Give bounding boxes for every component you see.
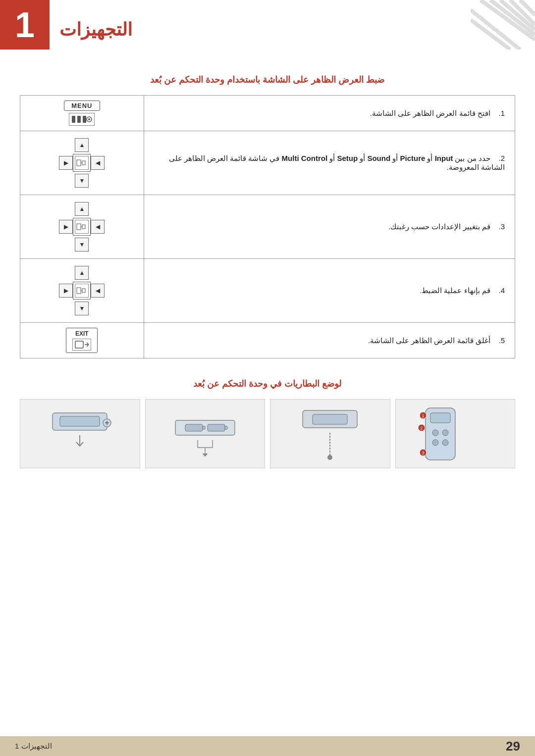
dpad-right: ▶ — [59, 156, 73, 170]
dpad-up: ▲ — [75, 266, 89, 280]
keyword-multicontrol: Multi Control — [282, 154, 327, 162]
table-row: 5. أغلق قائمة العرض الظاهر على الشاشة. E… — [20, 323, 515, 358]
svg-rect-21 — [75, 341, 83, 348]
step2-icon-cell: ▲ ◀ — [20, 131, 144, 195]
exit-svg — [75, 340, 89, 349]
step4-icon-cell: ▲ ◀ — [20, 259, 144, 323]
battery-svg-1: 1 2 3 — [411, 401, 500, 467]
dpad-center-icon — [75, 220, 89, 234]
keyword-input: Input — [435, 154, 453, 162]
menu-svg — [71, 114, 93, 124]
keyword-setup: Setup — [337, 154, 358, 162]
svg-rect-40 — [185, 424, 203, 431]
svg-point-28 — [442, 440, 448, 446]
exit-button-icon: EXIT — [25, 328, 139, 353]
dpad-icon-4: ▲ ◀ — [25, 264, 139, 317]
step3-text-cell: 3. قم بتغيير الإعدادات حسب رغبتك. — [144, 195, 515, 259]
keyword-sound: Sound — [367, 154, 390, 162]
svg-point-38 — [327, 455, 332, 460]
dpad-right: ▶ — [59, 284, 73, 298]
dpad-center-icon — [75, 156, 89, 170]
svg-point-26 — [442, 430, 448, 436]
keyword-picture: Picture — [400, 154, 425, 162]
battery-img-4 — [20, 399, 140, 468]
page-footer: 29 التجهيزات 1 — [0, 736, 535, 756]
step4-text-cell: 4. قم بإنهاء عملية الضبط. — [144, 259, 515, 323]
battery-svg-2 — [285, 401, 374, 467]
step1-text: 1. افتح قائمة العرض الظاهر على الشاشة. — [370, 109, 505, 117]
steps-table: 1. افتح قائمة العرض الظاهر على الشاشة. M… — [20, 95, 515, 358]
step3-text: 3. قم بتغيير الإعدادات حسب رغبتك. — [388, 222, 505, 231]
page-number: 29 — [506, 739, 520, 754]
table-row: 2. حدد من بين Input أو Picture أو Sound … — [20, 131, 515, 195]
chapter-number-box: 1 — [0, 0, 50, 50]
diagonal-decoration — [471, 0, 535, 50]
svg-rect-24 — [430, 413, 450, 423]
dpad-left: ◀ — [91, 156, 105, 170]
battery-svg-3 — [160, 401, 250, 467]
svg-rect-16 — [82, 225, 85, 229]
step5-text-cell: 5. أغلق قائمة العرض الظاهر على الشاشة. — [144, 323, 515, 358]
step2-text: 2. حدد من بين Input أو Picture أو Sound … — [169, 154, 505, 171]
svg-rect-8 — [77, 116, 81, 123]
exit-label: EXIT — [72, 330, 91, 337]
svg-point-27 — [432, 440, 438, 446]
dpad-down: ▼ — [75, 302, 89, 315]
svg-text:1: 1 — [422, 413, 424, 418]
step4-text: 4. قم بإنهاء عملية الضبط. — [420, 286, 505, 295]
svg-rect-43 — [225, 426, 227, 429]
svg-rect-42 — [208, 424, 225, 431]
dpad-center — [73, 154, 91, 172]
table-row: 3. قم بتغيير الإعدادات حسب رغبتك. ▲ ◀ — [20, 195, 515, 259]
dpad-icon-2: ▲ ◀ — [25, 136, 139, 190]
step1-icon-cell: MENU — [20, 96, 144, 131]
step1-text-cell: 1. افتح قائمة العرض الظاهر على الشاشة. — [144, 96, 515, 131]
battery-img-3 — [145, 399, 266, 468]
svg-rect-19 — [82, 289, 85, 293]
battery-img-2 — [270, 399, 390, 468]
dpad-up: ▲ — [75, 138, 89, 152]
menu-label: MENU — [64, 101, 100, 111]
battery-svg-4 — [35, 401, 124, 467]
table-row: 1. افتح قائمة العرض الظاهر على الشاشة. M… — [20, 96, 515, 131]
step3-icon-cell: ▲ ◀ — [20, 195, 144, 259]
svg-rect-46 — [60, 416, 100, 426]
dpad-down: ▼ — [75, 238, 89, 252]
svg-rect-13 — [82, 161, 85, 165]
dpad-icon-3: ▲ ◀ — [25, 200, 139, 253]
svg-rect-36 — [313, 414, 347, 424]
dpad-center — [73, 218, 91, 236]
dpad-up: ▲ — [75, 202, 89, 216]
dpad-center — [73, 282, 91, 300]
dpad-left: ◀ — [91, 220, 105, 234]
step2-text-cell: 2. حدد من بين Input أو Picture أو Sound … — [144, 131, 515, 195]
menu-icon-box — [69, 113, 95, 126]
svg-rect-15 — [77, 224, 81, 230]
svg-rect-9 — [83, 116, 86, 123]
dpad-right: ▶ — [59, 220, 73, 234]
section1-title: ضبط العرض الظاهر على الشاشة باستخدام وحد… — [20, 74, 515, 85]
step5-text: 5. أغلق قائمة العرض الظاهر على الشاشة. — [368, 336, 505, 345]
battery-images-row: 1 2 3 — [20, 399, 515, 468]
page-header: التجهيزات 1 — [0, 0, 535, 50]
exit-icon-wrapper: EXIT — [66, 328, 98, 353]
dpad-center-icon — [75, 284, 89, 298]
step5-icon-cell: EXIT — [20, 323, 144, 358]
table-row: 4. قم بإنهاء عملية الضبط. ▲ ◀ — [20, 259, 515, 323]
chapter-title: التجهيزات — [59, 19, 132, 40]
svg-point-11 — [88, 118, 90, 120]
svg-rect-18 — [77, 288, 81, 294]
svg-point-25 — [432, 430, 438, 436]
section2-title: لوضع البطاريات في وحدة التحكم عن بُعد — [20, 378, 515, 389]
menu-button-icon: MENU — [25, 101, 139, 126]
footer-chapter-label: التجهيزات 1 — [15, 742, 52, 751]
svg-text:2: 2 — [420, 426, 423, 431]
svg-rect-7 — [72, 116, 75, 123]
dpad-left: ◀ — [91, 284, 105, 298]
dpad-down: ▼ — [75, 174, 89, 188]
svg-text:3: 3 — [422, 451, 424, 455]
svg-rect-41 — [203, 426, 205, 429]
main-content: ضبط العرض الظاهر على الشاشة باستخدام وحد… — [0, 50, 535, 488]
exit-inner-box — [72, 339, 91, 351]
chapter-number: 1 — [15, 4, 35, 45]
